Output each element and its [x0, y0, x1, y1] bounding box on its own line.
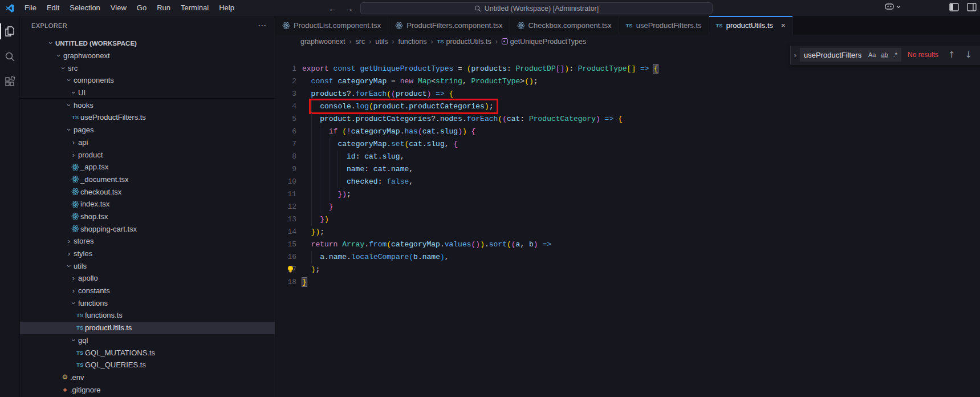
tree-item-components[interactable]: ›components — [20, 74, 275, 87]
chevron-expanded-icon: › — [70, 335, 78, 345]
find-input[interactable]: useProductFilters Aa ab .* — [800, 48, 901, 62]
code-line-4[interactable]: 4 console.log(product.productCategories)… — [275, 100, 980, 113]
close-tab-icon[interactable]: × — [781, 21, 786, 30]
menu-edit[interactable]: Edit — [42, 0, 64, 16]
tree-item-gql[interactable]: ›gql — [20, 334, 275, 347]
code-line-13[interactable]: 13 }) — [275, 213, 980, 226]
tab-productlist-component-tsx[interactable]: ProductList.component.tsx — [275, 16, 388, 35]
tree-item-hooks[interactable]: ›hooks — [20, 99, 275, 111]
command-center[interactable]: Untitled (Workspace) [Administrator] — [360, 2, 713, 14]
code-line-6[interactable]: 6 if (!categoryMap.has(cat.slug)) { — [275, 125, 980, 138]
code-line-10[interactable]: 10 checked: false, — [275, 176, 980, 188]
forward-button[interactable]: → — [345, 3, 353, 13]
copilot-menu[interactable] — [885, 3, 901, 10]
code-line-11[interactable]: 11 }); — [275, 188, 980, 201]
activity-explorer-button[interactable] — [0, 19, 19, 44]
back-button[interactable]: ← — [328, 3, 337, 13]
tree-item-src[interactable]: ›src — [20, 62, 275, 74]
tree-item-pages[interactable]: ›pages — [20, 124, 275, 136]
breadcrumb-item[interactable]: getUniqueProductTypes — [502, 38, 586, 46]
tab-productutils-ts[interactable]: TSproductUtils.ts× — [709, 16, 793, 35]
tree-item-utils[interactable]: ›utils — [20, 260, 275, 272]
toggle-sidebar-icon[interactable] — [949, 3, 959, 11]
chevron-collapsed-icon: › — [64, 237, 74, 245]
activity-search-button[interactable] — [0, 44, 19, 69]
code-line-14[interactable]: 14 }); — [275, 226, 980, 238]
code-line-18[interactable]: 18} — [275, 276, 980, 289]
menu-help[interactable]: Help — [214, 0, 239, 16]
menu-terminal[interactable]: Terminal — [176, 0, 214, 16]
whole-word-button[interactable]: ab — [879, 51, 889, 59]
code-line-5[interactable]: 5 product.productCategories?.nodes.forEa… — [275, 113, 980, 125]
breadcrumb-item[interactable]: TSproductUtils.ts — [437, 38, 491, 46]
code-line-1[interactable]: 1export const getUniqueProductTypes = (p… — [275, 63, 980, 75]
tree-item-untitled-workspace-[interactable]: ›UNTITLED (WORKSPACE) — [20, 37, 275, 50]
menu-file[interactable]: File — [19, 0, 42, 16]
menu-selection[interactable]: Selection — [64, 0, 105, 16]
code-line-15[interactable]: 15 return Array.from(categoryMap.values(… — [275, 238, 980, 251]
tree-item-constants[interactable]: ›constants — [20, 285, 275, 297]
tree-item--document-tsx[interactable]: _document.tsx — [20, 173, 275, 186]
find-next-button[interactable]: ↓ — [965, 50, 973, 60]
breadcrumb-item[interactable]: graphwoonext — [300, 38, 345, 46]
find-previous-button[interactable]: ↑ — [948, 50, 955, 60]
react-icon — [71, 225, 79, 233]
tab-checkbox-component-tsx[interactable]: Checkbox.component.tsx — [510, 16, 619, 35]
file-tree: ›UNTITLED (WORKSPACE)›graphwoonext›src›c… — [20, 37, 275, 396]
breadcrumb-item[interactable]: utils — [375, 38, 388, 46]
chevron-collapsed-icon: › — [69, 286, 78, 295]
code-line-9[interactable]: 9 name: cat.name, — [275, 163, 980, 176]
ts-icon: TS — [437, 38, 444, 44]
tree-item-checkout-tsx[interactable]: checkout.tsx — [20, 185, 275, 198]
code-line-7[interactable]: 7 categoryMap.set(cat.slug, { — [275, 138, 980, 151]
tree-item-stores[interactable]: ›stores — [20, 235, 275, 248]
tree-item-product[interactable]: ›product — [20, 148, 275, 161]
tree-item-gql-mutations-ts[interactable]: TSGQL_MUTATIONS.ts — [20, 346, 275, 359]
history-nav: ← → — [328, 0, 353, 16]
tree-item-functions-ts[interactable]: TSfunctions.ts — [20, 309, 275, 322]
tree-item-index-tsx[interactable]: index.tsx — [20, 198, 275, 210]
code-line-3[interactable]: 3 products?.forEach((product) => { — [275, 88, 980, 100]
chevron-collapsed-icon: › — [64, 249, 74, 258]
tree-item-graphwoonext[interactable]: ›graphwoonext — [20, 50, 275, 62]
regex-button[interactable]: .* — [892, 51, 899, 59]
tree-item-shopping-cart-tsx[interactable]: shopping-cart.tsx — [20, 222, 275, 235]
search-icon — [474, 5, 481, 12]
menubar: FileEditSelectionViewGoRunTerminalHelp — [19, 0, 239, 16]
code-line-8[interactable]: 8 id: cat.slug, — [275, 151, 980, 163]
tree-item-productutils-ts[interactable]: TSproductUtils.ts — [20, 322, 275, 334]
tree-item-api[interactable]: ›api — [20, 136, 275, 149]
tree-item-styles[interactable]: ›styles — [20, 248, 275, 260]
tree-item-apollo[interactable]: ›apollo — [20, 272, 275, 285]
activity-extensions-button[interactable] — [0, 69, 19, 94]
tree-item-ui[interactable]: ›UI — [20, 87, 275, 99]
menu-run[interactable]: Run — [152, 0, 176, 16]
lightbulb-icon[interactable] — [287, 265, 294, 274]
customize-layout-icon[interactable] — [967, 3, 977, 11]
match-case-button[interactable]: Aa — [867, 51, 877, 59]
code-line-17[interactable]: 17 ); — [275, 264, 980, 276]
code-line-16[interactable]: 16 a.name.localeCompare(b.name), — [275, 251, 980, 264]
code-line-2[interactable]: 2 const categoryMap = new Map<string, Pr… — [275, 75, 980, 88]
react-icon — [71, 200, 79, 208]
breadcrumb-item[interactable]: src — [356, 38, 365, 46]
toggle-replace-button[interactable]: › — [791, 46, 800, 64]
line-number: 10 — [275, 176, 296, 188]
menu-view[interactable]: View — [105, 0, 132, 16]
menu-go[interactable]: Go — [132, 0, 152, 16]
tab-useproductfilters-ts[interactable]: TSuseProductFilters.ts — [619, 16, 709, 35]
tree-item-functions[interactable]: ›functions — [20, 297, 275, 309]
tree-item--app-tsx[interactable]: _app.tsx — [20, 161, 275, 173]
breadcrumb-item[interactable]: functions — [398, 38, 426, 46]
chevron-expanded-icon: › — [55, 51, 63, 60]
tree-item-gql-queries-ts[interactable]: TSGQL_QUERIES.ts — [20, 359, 275, 371]
code-editor[interactable]: 1export const getUniqueProductTypes = (p… — [275, 48, 980, 289]
code-line-12[interactable]: 12 } — [275, 201, 980, 213]
tree-item--env[interactable]: ⚙.env — [20, 371, 275, 384]
explorer-more-actions-button[interactable]: ⋯ — [258, 21, 267, 31]
tree-item-shop-tsx[interactable]: shop.tsx — [20, 210, 275, 223]
tree-item-useproductfilters-ts[interactable]: TSuseProductFilters.ts — [20, 111, 275, 124]
line-number: 7 — [275, 138, 296, 151]
tab-productfilters-component-tsx[interactable]: ProductFilters.component.tsx — [388, 16, 510, 35]
tree-item--gitignore[interactable]: ◆.gitignore — [20, 383, 275, 396]
